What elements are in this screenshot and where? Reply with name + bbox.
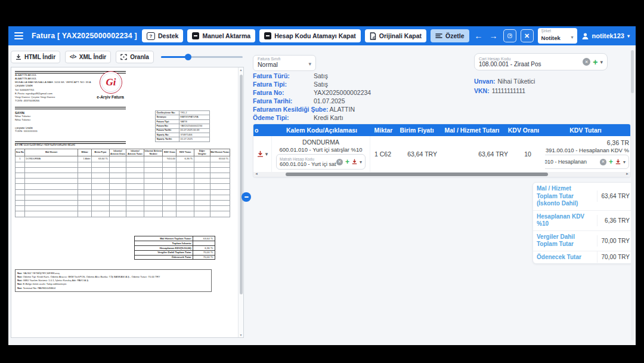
invoice-class-select[interactable]: Fatura Sınıfı Normal ▾ bbox=[253, 55, 316, 71]
invoice-document: ALAATTİN AKGÜL ALAATTİN AKGÜL MUSALLA MA… bbox=[11, 67, 238, 337]
document-close-icon bbox=[370, 32, 376, 40]
username: notitek123 bbox=[592, 32, 624, 39]
chevron-down-icon[interactable]: ▾ bbox=[623, 159, 626, 165]
vat-rate-cell: 10 bbox=[510, 136, 545, 172]
vkn-row: VKN:11111111111 bbox=[474, 87, 525, 94]
totals-row: Ödenecek Tutar70,00 TRY bbox=[533, 251, 633, 264]
scroll-left-icon[interactable]: ◄ bbox=[255, 171, 258, 177]
table-header: o Kalem Kodu/Açıklaması Miktar Birim Fiy… bbox=[253, 124, 630, 136]
content-area: HTML İndir </> XML İndir Oranla bbox=[8, 45, 636, 345]
invoice-summary-table: Mal Hizmet Toplam Tutarı63,64 TL Toplam … bbox=[134, 236, 215, 260]
preview-toolbar: HTML İndir </> XML İndir Oranla bbox=[11, 50, 246, 63]
company-select[interactable]: Şirket Notitek ▾ bbox=[538, 28, 577, 44]
scale-button[interactable]: Oranla bbox=[116, 51, 154, 63]
totals-card: Mal / Hizmet Toplam Tutar (İskonto Dahil… bbox=[532, 182, 633, 264]
invoice-preview-panel: HTML İndir </> XML İndir Oranla bbox=[8, 45, 246, 345]
chevron-down-icon: ▾ bbox=[571, 35, 574, 40]
code-icon: </> bbox=[70, 54, 76, 60]
summarize-button[interactable]: Özetle bbox=[431, 29, 469, 42]
scroll-right-icon[interactable]: ► bbox=[626, 171, 629, 177]
account-code-icon bbox=[264, 32, 271, 39]
info-row: Fatura No:YAX2025000002234 bbox=[253, 88, 371, 97]
help-bubble-icon: ? bbox=[147, 32, 155, 40]
user-menu[interactable]: notitek123 ▾ bbox=[581, 32, 630, 40]
panel-resize-handle[interactable] bbox=[242, 192, 251, 202]
add-icon[interactable]: + bbox=[345, 158, 349, 165]
add-icon[interactable]: + bbox=[593, 59, 597, 66]
next-arrow-button[interactable]: → bbox=[488, 31, 499, 41]
download-icon[interactable] bbox=[615, 159, 621, 165]
close-window-button[interactable]: ✕ bbox=[521, 29, 534, 42]
item-description-cell: DONDURMA 600.01.010 - Yurt içi satışlar … bbox=[272, 136, 370, 172]
download-icon bbox=[16, 54, 21, 60]
invoice-preview: ALAATTİN AKGÜL ALAATTİN AKGÜL MUSALLA MA… bbox=[11, 67, 244, 338]
top-bar-actions: ? Destek Manuel Aktarma Hesap Kodu Atama… bbox=[142, 28, 630, 44]
vat-amount-cell: 6,36 TR 391.00.010 - Hesaplanan KDV % 39… bbox=[545, 136, 630, 172]
line-items-table: o Kalem Kodu/Açıklaması Miktar Birim Fiy… bbox=[253, 124, 631, 177]
ettn-line: ETTN: 0197c2cb-8ec2-76ce-62b9-0962e97ac1… bbox=[15, 143, 75, 146]
page-title: Fatura [ YAX2025000002234 ] bbox=[32, 32, 137, 40]
totals-row: Hesaplanan KDV %106,36 TRY bbox=[533, 211, 633, 231]
scroll-up-icon[interactable]: ▲ bbox=[240, 68, 243, 72]
invoice-form-panel: Fatura Sınıfı Normal ▾ Cari Hesap Kodu 1… bbox=[246, 45, 636, 345]
vat-account-code-input[interactable]: 391.00.010 - Hesaplanan ✕ + ▾ bbox=[545, 155, 629, 169]
export-icon bbox=[507, 32, 512, 39]
clear-icon[interactable]: ✕ bbox=[583, 58, 590, 66]
invoice-item-row: 1DONDURMA 1 Adet63,64 TL %10,006,36 TL 6… bbox=[16, 156, 230, 162]
item-name: DONDURMA bbox=[302, 139, 339, 146]
add-icon[interactable]: + bbox=[609, 158, 613, 165]
app-window: Fatura [ YAX2025000002234 ] ? Destek Man… bbox=[8, 26, 636, 345]
buyer-info: SAYIN Nihai Tüketici Nihai Tüketici ÇEŞM… bbox=[15, 109, 126, 133]
vat-amount: 6,36 TR bbox=[607, 139, 629, 146]
invoice-meta-table: Özelleştirme No:TR1.2 Senaryo:EARSIVFATU… bbox=[155, 110, 210, 142]
totals-row: Mal / Hizmet Toplam Tutar (İskonto Dahil… bbox=[533, 183, 633, 211]
row-actions: ▾ bbox=[253, 136, 272, 172]
chevron-down-icon[interactable]: ▾ bbox=[265, 151, 268, 157]
truncated-column-header: o bbox=[253, 127, 273, 134]
info-row: Faturanın Kesildiği Şube:ALATTIN bbox=[253, 105, 355, 113]
open-original-window-button[interactable] bbox=[503, 29, 516, 42]
previous-arrow-button[interactable]: ← bbox=[473, 31, 484, 41]
table-row: ▾ DONDURMA 600.01.010 - Yurt içi satışla… bbox=[253, 136, 630, 172]
zoom-slider-thumb[interactable] bbox=[185, 54, 191, 60]
title-row: Unvan:Nihai Tüketici bbox=[474, 78, 535, 85]
close-account-code-assignment-button[interactable]: Hesap Kodu Atamayı Kapat bbox=[259, 29, 361, 42]
xml-download-button[interactable]: </> XML İndir bbox=[65, 51, 111, 63]
zoom-slider[interactable] bbox=[161, 56, 243, 58]
transfer-icon bbox=[192, 32, 199, 39]
earsiv-caption: e-Arşiv Fatura bbox=[82, 95, 139, 99]
chevron-down-icon[interactable]: ▾ bbox=[600, 59, 603, 65]
chevron-down-icon[interactable]: ▾ bbox=[360, 159, 362, 165]
info-row: Fatura Türü:Satış bbox=[253, 72, 328, 80]
unit-price-cell: 63,64 TRY bbox=[395, 136, 439, 172]
line-total-cell: 63,64 TRY bbox=[439, 136, 510, 172]
summary-lines-icon bbox=[435, 33, 442, 39]
html-download-button[interactable]: HTML İndir bbox=[11, 51, 60, 63]
chevron-down-icon: ▾ bbox=[627, 33, 630, 39]
matrah-account-code-input[interactable]: Matrah Hesap Kodu 600.01.010 - Yurt içi … bbox=[276, 154, 366, 170]
right-panel-scrollbar[interactable] bbox=[631, 50, 634, 340]
invoice-items-table: Sıra No Mal Hizmet Miktar Birim Fiyat İs… bbox=[15, 149, 230, 217]
close-original-button[interactable]: Orijinali Kapat bbox=[365, 29, 426, 42]
scrollbar-thumb[interactable] bbox=[286, 173, 548, 176]
hamburger-menu-icon[interactable] bbox=[14, 32, 23, 39]
item-account-code: 600.01.010 - Yurt içi satışlar %10 bbox=[279, 146, 362, 153]
clear-icon[interactable]: ✕ bbox=[336, 159, 343, 165]
preview-vertical-scrollbar[interactable]: ▲ ▼ bbox=[238, 67, 243, 337]
manual-transfer-button[interactable]: Manuel Aktarma bbox=[187, 29, 255, 42]
clear-icon[interactable]: ✕ bbox=[600, 159, 606, 165]
totals-row: Vergiler Dahil Toplam Tutar70,00 TRY bbox=[533, 231, 633, 251]
gib-logo: Gi bbox=[100, 71, 122, 94]
support-button[interactable]: ? Destek bbox=[142, 29, 183, 42]
scrollbar-thumb[interactable] bbox=[631, 50, 634, 93]
scroll-down-icon[interactable]: ▼ bbox=[240, 333, 243, 337]
info-row: Ödeme Tipi:Kredi Kartı bbox=[253, 113, 343, 122]
screen: Fatura [ YAX2025000002234 ] ? Destek Man… bbox=[0, 0, 644, 363]
table-horizontal-scrollbar[interactable]: ◄ ► bbox=[253, 172, 630, 177]
download-icon[interactable] bbox=[257, 150, 264, 158]
current-account-code-combo[interactable]: Cari Hesap Kodu 108.00.001 - Ziraat Pos … bbox=[474, 53, 608, 70]
user-icon bbox=[581, 32, 589, 40]
download-icon[interactable] bbox=[352, 159, 357, 165]
scrollbar-thumb[interactable] bbox=[240, 75, 243, 294]
chevron-down-icon: ▾ bbox=[308, 61, 311, 67]
